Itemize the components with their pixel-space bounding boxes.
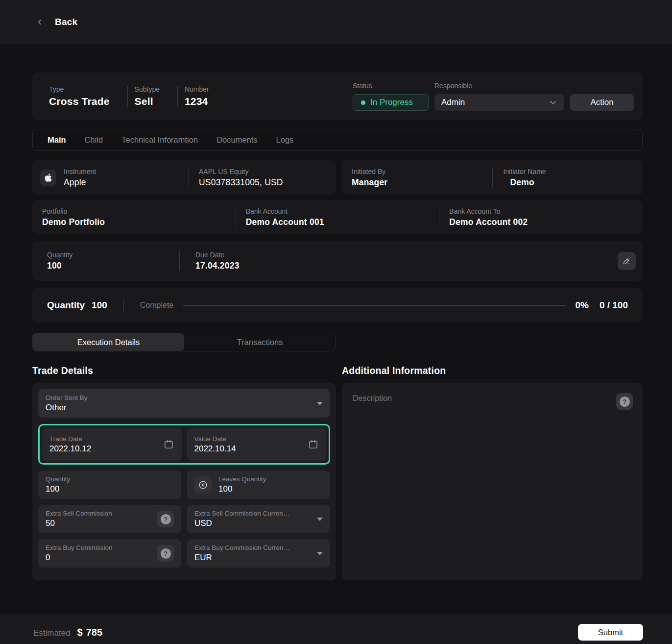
quantity-field[interactable]: Quantity 100 bbox=[38, 471, 181, 499]
tab-main[interactable]: Main bbox=[48, 135, 66, 145]
trade-date-field[interactable]: Trade Date 2022.10.12 bbox=[42, 428, 182, 461]
responsible-select[interactable]: Admin bbox=[434, 94, 564, 111]
amount-value: 785 bbox=[86, 627, 102, 638]
trade-quantity-value: 100 bbox=[46, 484, 70, 494]
extra-buy-commission-field[interactable]: Extra Buy Commission 0 ? bbox=[38, 539, 181, 568]
action-button[interactable]: Action bbox=[570, 94, 634, 111]
app-window: Back Type Cross Trade Subtype Sell Numbe… bbox=[0, 0, 672, 644]
subtab-bar: Execution Details Transactions bbox=[32, 333, 336, 351]
progress-quantity-label: Quantity bbox=[47, 300, 85, 311]
status-label: Status bbox=[353, 82, 429, 90]
calendar-icon bbox=[163, 439, 174, 450]
value-date-field[interactable]: Value Date 2022.10.14 bbox=[187, 428, 327, 461]
responsible-group: Responsible Admin bbox=[434, 82, 564, 111]
instrument-card: Instrument Apple AAPL US Equity US037833… bbox=[32, 160, 336, 195]
value-date-value: 2022.10.14 bbox=[194, 444, 236, 454]
subtype-field: Subtype Sell bbox=[128, 85, 177, 107]
status-group: Status In Progress bbox=[353, 82, 429, 111]
tab-technical-inforamtion[interactable]: Technical Inforamtion bbox=[121, 135, 198, 145]
due-date-label: Due Date bbox=[195, 251, 618, 259]
date-highlight-box: Trade Date 2022.10.12 Value Date 2022.10… bbox=[38, 424, 330, 465]
back-label: Back bbox=[55, 17, 77, 27]
order-sent-by-label: Order Sent By bbox=[46, 394, 88, 401]
leaves-quantity-label: Leaves Quantity bbox=[218, 475, 266, 483]
circle-arrow-left-icon bbox=[198, 480, 208, 490]
instrument-value: Apple bbox=[64, 177, 96, 188]
portfolio-value: Demo Portfolio bbox=[42, 217, 236, 227]
number-field: Number 1234 bbox=[178, 85, 227, 107]
order-sent-by-select[interactable]: Order Sent By Other bbox=[38, 389, 330, 418]
description-area[interactable]: Description ? bbox=[342, 383, 643, 580]
submit-button[interactable]: Submit bbox=[578, 624, 643, 641]
type-field: Type Cross Trade bbox=[42, 85, 127, 107]
extra-buy-commission-value: 0 bbox=[46, 553, 113, 563]
order-header-card: Type Cross Trade Subtype Sell Number 123… bbox=[32, 73, 643, 120]
extra-sell-commission-label: Extra Sell Commission bbox=[46, 510, 112, 517]
subtab-execution-details[interactable]: Execution Details bbox=[33, 333, 184, 351]
pencil-icon bbox=[622, 256, 631, 266]
leaves-quantity-field[interactable]: Leaves Quantity 100 bbox=[187, 471, 330, 499]
status-dot-icon bbox=[361, 100, 365, 105]
subtab-transactions[interactable]: Transactions bbox=[184, 333, 336, 351]
subtype-label: Subtype bbox=[135, 85, 160, 93]
bank-account-label: Bank Account bbox=[246, 207, 439, 215]
complete-label: Complete bbox=[140, 301, 173, 310]
additional-information-title: Additional Information bbox=[342, 365, 643, 376]
apple-icon bbox=[40, 170, 56, 186]
extra-sell-commission-value: 50 bbox=[46, 519, 112, 528]
extra-sell-currency-select[interactable]: Extra Sell Commission Curren… USD bbox=[187, 505, 330, 533]
order-sent-by-value: Other bbox=[46, 403, 88, 413]
bank-account-to-value: Demo Account 002 bbox=[449, 217, 643, 227]
edit-button[interactable] bbox=[618, 252, 636, 270]
progress-card: Quantity 100 Complete 0% 0 / 100 bbox=[32, 288, 643, 322]
type-label: Type bbox=[49, 85, 110, 93]
currency-symbol: $ bbox=[77, 627, 83, 638]
number-value: 1234 bbox=[185, 96, 209, 107]
tab-documents[interactable]: Documents bbox=[216, 135, 257, 145]
responsible-label: Responsible bbox=[434, 82, 564, 90]
tab-logs[interactable]: Logs bbox=[276, 135, 294, 145]
quantity-label: Quantity bbox=[47, 251, 179, 259]
status-value: In Progress bbox=[370, 98, 413, 107]
extra-buy-commission-label: Extra Buy Commission bbox=[46, 544, 113, 551]
trade-date-label: Trade Date bbox=[49, 435, 91, 443]
bank-account-to-label: Bank Account To bbox=[449, 207, 643, 215]
leaves-quantity-value: 100 bbox=[218, 484, 266, 494]
divider bbox=[227, 86, 227, 107]
trade-quantity-label: Quantity bbox=[46, 475, 70, 483]
estimated-amount: $ 785 bbox=[77, 627, 103, 638]
initiator-name-label: Initiator Name bbox=[504, 168, 643, 175]
initiated-card: Initiated By Manager Initiator Name Demo bbox=[342, 160, 643, 195]
extra-buy-currency-select[interactable]: Extra Buy Commission Curren… EUR bbox=[187, 539, 330, 568]
tab-bar: Main Child Technical Inforamtion Documen… bbox=[32, 129, 643, 151]
description-label: Description bbox=[348, 389, 637, 403]
instrument-label: Instrument bbox=[64, 168, 96, 175]
extra-sell-commission-field[interactable]: Extra Sell Commission 50 ? bbox=[38, 505, 181, 533]
progress-percent: 0% bbox=[575, 300, 588, 311]
chevron-down-icon bbox=[549, 98, 557, 107]
help-icon: ? bbox=[620, 396, 630, 407]
trade-details-title: Trade Details bbox=[32, 365, 336, 376]
back-button[interactable]: Back bbox=[35, 17, 77, 27]
extra-buy-currency-label: Extra Buy Commission Curren… bbox=[194, 544, 290, 551]
equity-label: AAPL US Equity bbox=[199, 168, 283, 175]
trade-date-value: 2022.10.12 bbox=[49, 444, 91, 454]
equity-value: US0378331005, USD bbox=[199, 177, 283, 188]
help-icon: ? bbox=[161, 514, 171, 524]
help-icon: ? bbox=[161, 548, 171, 559]
help-button[interactable]: ? bbox=[157, 511, 174, 527]
leaves-quantity-button[interactable] bbox=[194, 476, 212, 494]
status-badge: In Progress bbox=[353, 94, 429, 111]
help-button[interactable]: ? bbox=[616, 393, 633, 410]
tab-child[interactable]: Child bbox=[85, 135, 103, 145]
bank-account-value: Demo Account 001 bbox=[246, 217, 439, 227]
help-button[interactable]: ? bbox=[157, 545, 174, 562]
progress-quantity-value: 100 bbox=[92, 300, 107, 311]
main-content: Type Cross Trade Subtype Sell Number 123… bbox=[0, 44, 672, 580]
calendar-icon bbox=[308, 439, 319, 450]
portfolio-card: Portfolio Demo Portfolio Bank Account De… bbox=[32, 200, 643, 234]
quantity-due-card: Quantity 100 Due Date 17.04.2023 bbox=[32, 241, 643, 281]
due-date-value: 17.04.2023 bbox=[195, 261, 618, 271]
divider bbox=[123, 299, 124, 312]
dropdown-arrow-icon bbox=[317, 402, 323, 405]
